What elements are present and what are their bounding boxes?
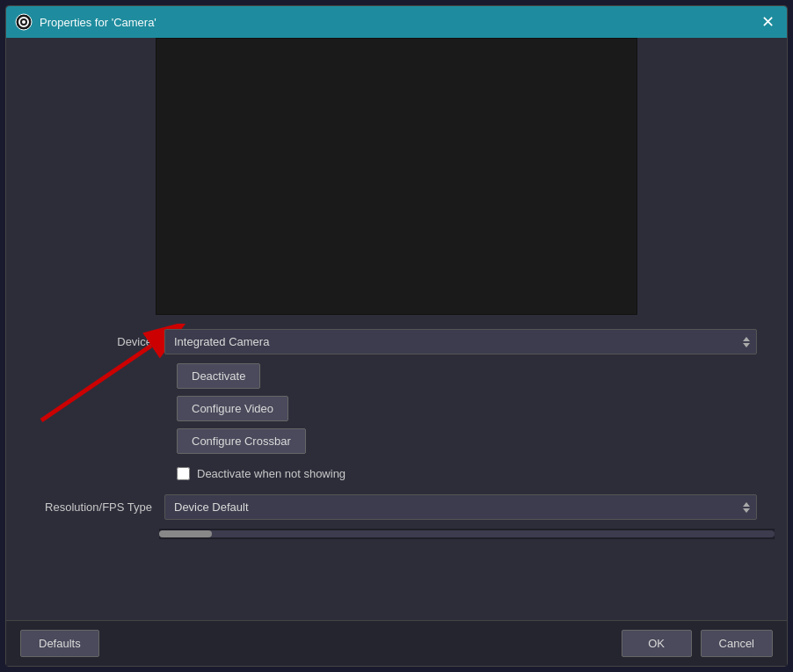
- dialog-content: Device Integrated Camera: [6, 38, 787, 620]
- scroll-thumb: [159, 530, 212, 537]
- deactivate-row: Deactivate: [6, 360, 787, 392]
- title-bar-left: Properties for 'Camera': [15, 13, 156, 31]
- checkbox-offset: Deactivate when not showing: [177, 467, 346, 480]
- configure-crossbar-offset: Configure Crossbar: [177, 428, 306, 454]
- configure-video-offset: Configure Video: [177, 396, 288, 421]
- device-select-wrapper: Integrated Camera: [164, 329, 757, 354]
- deactivate-offset: Deactivate: [177, 363, 260, 389]
- settings-area: Device Integrated Camera: [6, 315, 787, 620]
- resolution-label: Resolution/FPS Type: [24, 500, 164, 514]
- cancel-button[interactable]: Cancel: [701, 630, 773, 657]
- svg-point-2: [22, 20, 25, 24]
- bottom-bar: Defaults OK Cancel: [6, 620, 787, 666]
- camera-preview: [156, 38, 637, 315]
- device-label: Device: [24, 335, 164, 348]
- close-button[interactable]: ✕: [758, 12, 778, 32]
- deactivate-button[interactable]: Deactivate: [177, 363, 260, 389]
- resolution-select-container: Device Default: [164, 494, 757, 520]
- device-select[interactable]: Integrated Camera: [164, 329, 757, 354]
- title-bar: Properties for 'Camera' ✕: [6, 6, 787, 38]
- deactivate-checkbox-row: Deactivate when not showing: [6, 457, 787, 489]
- dialog-window: Properties for 'Camera' ✕: [5, 5, 788, 667]
- configure-crossbar-button[interactable]: Configure Crossbar: [177, 428, 306, 454]
- resolution-select[interactable]: Device Default: [164, 494, 757, 520]
- device-row: Device Integrated Camera: [6, 324, 787, 360]
- horizontal-scrollbar[interactable]: [159, 529, 775, 539]
- scroll-track: [159, 530, 775, 537]
- resolution-select-wrapper: Device Default: [164, 494, 757, 520]
- dialog-title: Properties for 'Camera': [40, 16, 156, 29]
- obs-logo-icon: [15, 13, 33, 31]
- configure-video-button[interactable]: Configure Video: [177, 396, 288, 421]
- bottom-right-buttons: OK Cancel: [622, 630, 773, 657]
- device-select-container: Integrated Camera: [164, 329, 757, 354]
- resolution-row: Resolution/FPS Type Device Default: [6, 489, 787, 525]
- configure-video-row: Configure Video: [6, 392, 787, 425]
- configure-crossbar-row: Configure Crossbar: [6, 425, 787, 457]
- ok-button[interactable]: OK: [622, 630, 692, 657]
- deactivate-when-not-showing-checkbox[interactable]: [177, 467, 190, 480]
- defaults-button[interactable]: Defaults: [20, 630, 99, 657]
- deactivate-when-not-showing-label: Deactivate when not showing: [197, 467, 346, 480]
